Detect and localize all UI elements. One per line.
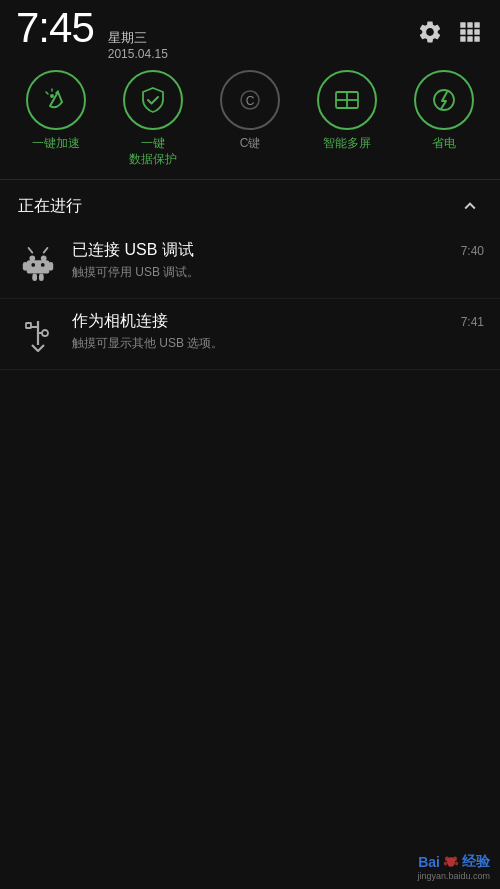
svg-rect-3 bbox=[460, 29, 465, 34]
notif-usb-debug-subtitle: 触摸可停用 USB 调试。 bbox=[72, 264, 453, 281]
svg-rect-24 bbox=[27, 260, 50, 273]
notif-usb-camera-time: 7:41 bbox=[461, 315, 484, 329]
baidu-domain: jingyan.baidu.com bbox=[417, 871, 490, 881]
multi-screen-circle bbox=[317, 70, 377, 130]
multi-screen-label: 智能多屏 bbox=[323, 136, 371, 152]
data-protect-circle bbox=[123, 70, 183, 130]
svg-point-41 bbox=[444, 862, 447, 866]
status-right bbox=[416, 18, 484, 46]
power-save-label: 省电 bbox=[432, 136, 456, 152]
svg-rect-6 bbox=[460, 36, 465, 41]
svg-rect-27 bbox=[32, 274, 37, 282]
c-key-circle: C bbox=[220, 70, 280, 130]
collapse-icon[interactable] bbox=[458, 194, 482, 218]
time-display: 7:45 bbox=[16, 4, 94, 52]
svg-point-37 bbox=[42, 330, 48, 336]
svg-point-40 bbox=[453, 856, 457, 861]
baidu-text2: 经验 bbox=[462, 853, 490, 871]
settings-icon[interactable] bbox=[416, 18, 444, 46]
section-title: 正在进行 bbox=[18, 196, 82, 217]
day-of-week: 星期三 bbox=[108, 29, 168, 47]
svg-line-11 bbox=[58, 92, 62, 102]
notif-usb-camera-content: 作为相机连接 触摸可显示其他 USB 选项。 bbox=[72, 311, 453, 352]
notification-usb-camera[interactable]: 作为相机连接 触摸可显示其他 USB 选项。 7:41 bbox=[0, 299, 500, 370]
svg-rect-35 bbox=[26, 323, 31, 328]
android-icon bbox=[16, 242, 60, 286]
svg-point-31 bbox=[31, 263, 35, 267]
power-save-circle bbox=[414, 70, 474, 130]
svg-point-32 bbox=[41, 263, 45, 267]
baidu-text: Bai bbox=[418, 854, 440, 870]
notif-usb-debug-content: 已连接 USB 调试 触摸可停用 USB 调试。 bbox=[72, 240, 453, 281]
notif-usb-debug-time: 7:40 bbox=[461, 244, 484, 258]
baidu-paw-icon bbox=[443, 854, 459, 870]
svg-line-13 bbox=[46, 92, 48, 94]
c-key-label: C键 bbox=[240, 136, 261, 152]
svg-rect-7 bbox=[467, 36, 472, 41]
notif-usb-camera-subtitle: 触摸可显示其他 USB 选项。 bbox=[72, 335, 453, 352]
quick-actions-row: 一键加速 一键数据保护 C C键 智能多屏 bbox=[0, 60, 500, 180]
notification-usb-debug[interactable]: 已连接 USB 调试 触摸可停用 USB 调试。 7:40 bbox=[0, 228, 500, 299]
svg-rect-1 bbox=[467, 22, 472, 27]
svg-rect-2 bbox=[474, 22, 479, 27]
svg-rect-26 bbox=[48, 262, 53, 271]
svg-text:C: C bbox=[246, 94, 255, 108]
speed-boost-label: 一键加速 bbox=[32, 136, 80, 152]
status-bar: 7:45 星期三 2015.04.15 bbox=[0, 0, 500, 60]
section-header: 正在进行 bbox=[0, 180, 500, 228]
svg-point-39 bbox=[445, 856, 449, 861]
action-power-save[interactable]: 省电 bbox=[400, 70, 488, 152]
svg-line-29 bbox=[29, 248, 33, 253]
notif-usb-camera-title: 作为相机连接 bbox=[72, 311, 453, 332]
speed-boost-circle bbox=[26, 70, 86, 130]
usb-icon bbox=[16, 313, 60, 357]
svg-rect-25 bbox=[23, 262, 28, 271]
status-left: 7:45 星期三 2015.04.15 bbox=[16, 4, 168, 61]
action-speed-boost[interactable]: 一键加速 bbox=[12, 70, 100, 152]
svg-point-42 bbox=[455, 862, 458, 866]
action-c-key[interactable]: C C键 bbox=[206, 70, 294, 152]
svg-rect-8 bbox=[474, 36, 479, 41]
svg-point-12 bbox=[50, 94, 54, 98]
svg-line-10 bbox=[50, 92, 58, 106]
svg-rect-0 bbox=[460, 22, 465, 27]
baidu-watermark: Bai 经验 jingyan.baidu.com bbox=[417, 853, 490, 881]
notif-usb-debug-title: 已连接 USB 调试 bbox=[72, 240, 453, 261]
action-multi-screen[interactable]: 智能多屏 bbox=[303, 70, 391, 152]
data-protect-label: 一键数据保护 bbox=[129, 136, 177, 167]
grid-icon[interactable] bbox=[456, 18, 484, 46]
svg-rect-5 bbox=[474, 29, 479, 34]
date-day: 星期三 2015.04.15 bbox=[108, 29, 168, 61]
date-display: 2015.04.15 bbox=[108, 47, 168, 61]
svg-rect-28 bbox=[39, 274, 44, 282]
svg-line-30 bbox=[44, 248, 48, 253]
svg-rect-4 bbox=[467, 29, 472, 34]
action-data-protect[interactable]: 一键数据保护 bbox=[109, 70, 197, 167]
